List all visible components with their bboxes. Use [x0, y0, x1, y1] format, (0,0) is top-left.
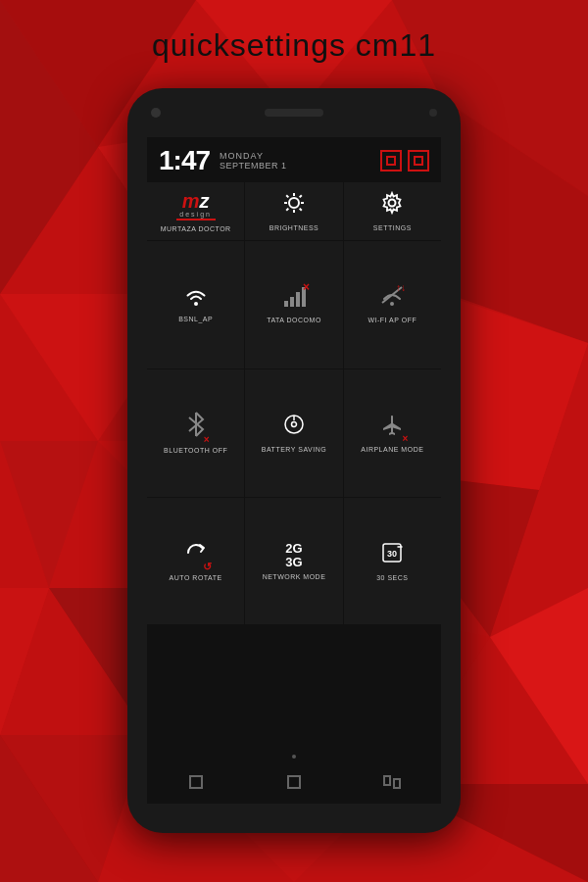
phone-top-bezel — [127, 88, 461, 137]
day-name: MONDAY — [220, 151, 287, 161]
notification-icon-2 — [408, 150, 429, 172]
wifi-ap-icon: ↑↓ — [380, 285, 404, 313]
bluetooth-icon: × — [186, 412, 206, 443]
nav-back-button[interactable] — [186, 772, 206, 792]
status-icons — [380, 150, 429, 172]
phone-frame: 1:47 MONDAY SEPTEMBER 1 — [127, 88, 461, 833]
nav-home-button[interactable] — [284, 772, 304, 792]
battery-saving-tile[interactable]: BATTERY SAVING — [245, 369, 342, 497]
nav-bar — [147, 760, 441, 804]
earpiece-speaker — [265, 109, 323, 117]
profile-name: MURTAZA DOCTOR — [161, 225, 231, 232]
status-time: 1:47 — [159, 145, 210, 176]
wifi-icon — [184, 286, 208, 312]
notification-inner-1 — [386, 156, 396, 166]
svg-marker-33 — [284, 301, 288, 307]
svg-marker-34 — [290, 297, 294, 307]
home-icon — [287, 775, 301, 789]
design-label: design — [179, 211, 212, 218]
brightness-label: BRIGHTNESS — [270, 224, 319, 231]
scroll-dot — [292, 755, 296, 759]
svg-point-22 — [289, 198, 299, 208]
network-mode-label: NETWORK MODE — [263, 573, 326, 580]
notification-icon-1 — [380, 150, 402, 172]
svg-point-31 — [389, 200, 396, 207]
bluetooth-off-label: BLUETOOTH OFF — [164, 447, 227, 454]
phone-screen: 1:47 MONDAY SEPTEMBER 1 — [147, 137, 441, 804]
timer-label: 30 SECS — [376, 574, 408, 581]
svg-point-41 — [291, 422, 296, 427]
brightness-icon — [282, 191, 306, 220]
svg-line-28 — [300, 209, 302, 211]
wifi-ap-off-label: WI-FI AP OFF — [368, 317, 416, 323]
svg-line-30 — [300, 195, 302, 197]
settings-label: SETTINGS — [373, 224, 412, 231]
battery-saving-label: BATTERY SAVING — [262, 446, 326, 453]
date-block: MONDAY SEPTEMBER 1 — [220, 151, 287, 171]
svg-marker-35 — [296, 292, 300, 307]
network-mode-tile[interactable]: 2G 3G NETWORK MODE — [245, 498, 342, 625]
logo-underline — [176, 219, 216, 220]
recents-icon — [383, 775, 401, 789]
date-text: SEPTEMBER 1 — [220, 161, 287, 171]
status-bar: 1:47 MONDAY SEPTEMBER 1 — [147, 137, 441, 182]
quick-settings-grid: mz design MURTAZA DOCTOR — [147, 182, 441, 753]
svg-point-38 — [390, 302, 394, 306]
bsnl-ap-label: BSNL_AP — [178, 316, 213, 322]
svg-point-32 — [194, 302, 198, 306]
recents-box-2 — [393, 778, 401, 789]
airplane-mode-label: AIRPLANE MODE — [361, 446, 423, 453]
mz-z-letter: z — [200, 190, 210, 212]
network-icon: 2G 3G — [285, 542, 302, 570]
svg-line-27 — [286, 195, 288, 197]
timer-icon: 30 — [380, 541, 404, 570]
proximity-sensor — [429, 109, 437, 117]
rotate-icon: ↺ — [184, 541, 208, 570]
brightness-tile[interactable]: BRIGHTNESS — [245, 182, 342, 240]
profile-tile[interactable]: mz design MURTAZA DOCTOR — [147, 182, 244, 240]
page-title: quicksettings cm11 — [0, 27, 588, 64]
airplane-icon: × — [380, 413, 404, 442]
phone-bottom-bezel — [127, 804, 461, 833]
auto-rotate-label: AUTO ROTATE — [170, 574, 222, 581]
settings-gear-icon — [380, 191, 404, 220]
mz-logo: mz design — [162, 190, 230, 221]
signal-icon: × — [282, 285, 306, 313]
recents-box-1 — [383, 775, 391, 786]
mz-m-letter: m — [182, 190, 200, 212]
front-camera — [151, 108, 161, 118]
tata-docomo-label: TATA DOCOMO — [267, 317, 321, 323]
nav-recents-button[interactable] — [382, 772, 402, 792]
wifi-ap-off-tile[interactable]: ↑↓ WI-FI AP OFF — [344, 241, 441, 368]
airplane-mode-tile[interactable]: × AIRPLANE MODE — [344, 369, 441, 497]
notification-inner-2 — [414, 156, 423, 166]
svg-line-29 — [286, 209, 288, 211]
bsnl-ap-tile[interactable]: BSNL_AP — [147, 241, 244, 368]
svg-text:30: 30 — [387, 549, 397, 559]
auto-rotate-tile[interactable]: ↺ AUTO ROTATE — [147, 498, 244, 625]
back-icon — [189, 775, 203, 789]
timer-tile[interactable]: 30 30 SECS — [344, 498, 441, 625]
tata-docomo-tile[interactable]: × TATA DOCOMO — [245, 241, 342, 368]
battery-icon — [282, 413, 306, 442]
scroll-indicator — [147, 753, 441, 760]
bluetooth-off-tile[interactable]: × BLUETOOTH OFF — [147, 369, 244, 497]
settings-tile[interactable]: SETTINGS — [344, 182, 441, 240]
